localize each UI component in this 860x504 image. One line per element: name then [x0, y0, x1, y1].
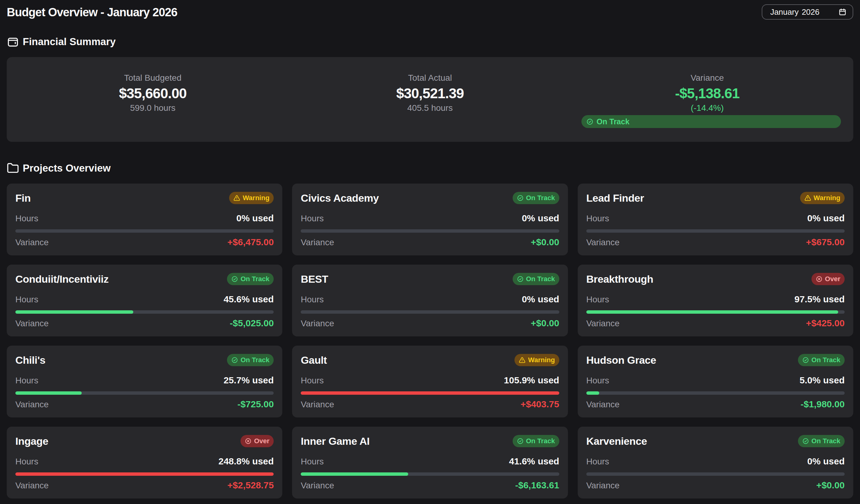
- project-status-badge: On Track: [513, 273, 559, 285]
- hours-label: Hours: [301, 376, 324, 386]
- variance-row: Variance +$403.75: [301, 399, 559, 410]
- hours-used-percent: 0% used: [807, 213, 845, 223]
- month-picker-input[interactable]: January 2026: [762, 4, 853, 20]
- project-name: Hudson Grace: [586, 354, 656, 367]
- hours-used-percent: 25.7% used: [224, 375, 274, 386]
- hours-progress-track: [15, 391, 274, 395]
- hours-used-percent: 0% used: [522, 213, 559, 223]
- project-card: Karvenience On Track: [578, 427, 853, 499]
- hours-row: Hours 5.0% used: [586, 375, 845, 386]
- project-card-header: Conduiit/Incentiviiz On Tr: [15, 272, 274, 285]
- projects-grid: Fin Warning: [7, 183, 853, 499]
- project-status-badge: On Track: [227, 354, 274, 366]
- project-card: Inner Game AI On Track: [292, 427, 568, 499]
- month-picker-value: January 2026: [770, 8, 819, 17]
- topbar: Budget Overview - January 2026 January 2…: [7, 4, 853, 20]
- variance-value: +$425.00: [806, 318, 845, 328]
- project-card-header: Inner Game AI On Track: [301, 435, 559, 447]
- projects-overview-header: Projects Overview: [7, 162, 853, 174]
- project-status-badge: On Track: [798, 435, 845, 447]
- variance-row: Variance -$725.00: [15, 399, 274, 410]
- hours-label: Hours: [301, 213, 324, 223]
- hours-row: Hours 97.5% used: [586, 294, 845, 305]
- variance-row: Variance +$0.00: [586, 480, 845, 490]
- project-card: Conduiit/Incentiviiz On Tr: [7, 265, 282, 337]
- project-name: Ingage: [15, 435, 48, 447]
- project-card: BEST On Track: [292, 265, 568, 337]
- hours-used-percent: 105.9% used: [504, 375, 559, 386]
- variance-label: Variance: [586, 238, 619, 247]
- variance-row: Variance +$0.00: [301, 237, 559, 247]
- project-status-badge: Warning: [800, 192, 845, 204]
- project-status-badge: On Track: [227, 273, 274, 285]
- status-pill-label: On Track: [597, 117, 629, 126]
- project-name: Civics Academy: [301, 192, 379, 204]
- variance-label: Variance: [301, 318, 334, 328]
- circle-check-icon: [802, 357, 809, 364]
- hours-used-percent: 0% used: [807, 456, 845, 466]
- variance-value: +$0.00: [531, 318, 559, 328]
- variance-label: Variance: [690, 73, 723, 83]
- financial-summary-card: Total Budgeted $35,660.00 599.0 hours To…: [7, 57, 853, 142]
- hours-progress-track: [586, 310, 845, 314]
- hours-label: Hours: [586, 457, 610, 466]
- hours-label: Hours: [301, 295, 324, 305]
- total-budgeted-stat: Total Budgeted $35,660.00 599.0 hours: [14, 73, 291, 142]
- variance-value: -$5,025.00: [230, 318, 274, 328]
- project-status-label: On Track: [241, 275, 269, 283]
- month-picker-year: 2026: [802, 8, 819, 17]
- hours-progress-track: [301, 229, 559, 233]
- project-card: Chili's On Track: [7, 346, 282, 417]
- hours-used-percent: 0% used: [522, 294, 559, 305]
- variance-value: -$5,138.61: [675, 85, 740, 101]
- project-name: Chili's: [15, 354, 45, 367]
- circle-x-icon: [245, 438, 252, 444]
- variance-row: Variance +$675.00: [586, 237, 845, 247]
- project-status-badge: Over: [241, 435, 274, 447]
- hours-row: Hours 41.6% used: [301, 456, 559, 466]
- hours-progress-fill: [15, 472, 274, 476]
- project-card-header: Fin Warning: [15, 192, 274, 204]
- triangle-alert-icon: [519, 357, 526, 364]
- hours-row: Hours 0% used: [301, 294, 559, 305]
- project-card: Lead Finder Warning: [578, 183, 853, 255]
- project-card-header: Chili's On Track: [15, 354, 274, 367]
- variance-label: Variance: [15, 400, 48, 410]
- project-status-badge: Warning: [229, 192, 274, 204]
- variance-value: +$6,475.00: [227, 237, 274, 247]
- variance-label: Variance: [15, 238, 48, 247]
- project-card-header: Hudson Grace On Track: [586, 354, 845, 367]
- variance-row: Variance +$425.00: [586, 318, 845, 328]
- hours-used-percent: 248.8% used: [218, 456, 274, 466]
- project-status-label: On Track: [812, 356, 840, 364]
- project-card-header: BEST On Track: [301, 272, 559, 285]
- hours-label: Hours: [301, 457, 324, 466]
- project-name: Gault: [301, 354, 327, 367]
- variance-label: Variance: [15, 318, 48, 328]
- project-status-badge: Over: [812, 273, 845, 285]
- total-actual-stat: Total Actual $30,521.39 405.5 hours: [291, 73, 569, 142]
- hours-progress-track: [586, 472, 845, 476]
- projects-overview-title: Projects Overview: [23, 162, 111, 174]
- project-card-header: Civics Academy On Track: [301, 192, 559, 204]
- project-status-badge: On Track: [513, 435, 559, 447]
- hours-progress-fill: [586, 391, 599, 395]
- total-actual-value: $30,521.39: [396, 85, 464, 101]
- variance-stat: Variance -$5,138.61 (-14.4%) On Track: [569, 73, 846, 142]
- hours-used-percent: 0% used: [236, 213, 274, 223]
- circle-check-icon: [517, 276, 524, 282]
- hours-progress-track: [15, 472, 274, 476]
- project-status-label: Over: [825, 275, 840, 283]
- variance-row: Variance -$5,025.00: [15, 318, 274, 328]
- hours-progress-fill: [301, 472, 408, 476]
- financial-summary-header: Financial Summary: [7, 35, 853, 48]
- hours-label: Hours: [586, 295, 610, 305]
- triangle-alert-icon: [233, 195, 240, 201]
- calendar-icon[interactable]: [838, 8, 846, 16]
- variance-value: +$0.00: [816, 480, 845, 490]
- hours-progress-fill: [301, 391, 559, 395]
- project-status-label: On Track: [241, 356, 269, 364]
- variance-label: Variance: [15, 481, 48, 490]
- hours-used-percent: 45.6% used: [224, 294, 274, 305]
- project-card: Hudson Grace On Track: [578, 346, 853, 417]
